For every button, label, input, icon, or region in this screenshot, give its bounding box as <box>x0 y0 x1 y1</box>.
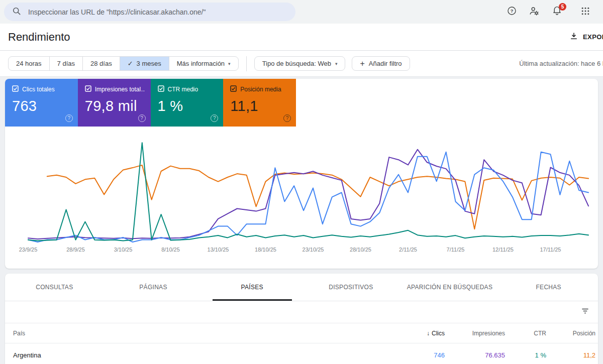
column-header-pais[interactable]: País <box>13 330 384 337</box>
x-axis-tick-label: 17/11/25 <box>540 247 561 253</box>
more-info-label: Más información <box>177 60 225 67</box>
x-axis-tick-label: 23/10/25 <box>303 247 324 253</box>
x-axis-tick-label: 18/10/25 <box>255 247 276 253</box>
column-header-posicion[interactable]: Posición <box>546 330 595 337</box>
tab-paises[interactable]: PAÍSES <box>203 274 301 301</box>
metric-value: 79,8 mil <box>85 98 145 114</box>
apps-grid-icon <box>580 6 590 18</box>
column-header-impresiones[interactable]: Impresiones <box>445 330 505 337</box>
series-line-impresiones <box>28 150 588 239</box>
tab-label: APARICIÓN EN BÚSQUEDAS <box>407 284 492 291</box>
metric-card-impresiones[interactable]: Impresiones total… 79,8 mil ? <box>78 79 151 127</box>
notification-badge: 5 <box>559 3 566 11</box>
metric-card-posicion-media[interactable]: Posición media 11,1 ? <box>223 79 296 127</box>
table-row-argentina[interactable]: Argentina 746 76.635 1 % 11,2 <box>5 343 598 364</box>
tab-aparicion-en-busquedas[interactable]: APARICIÓN EN BÚSQUEDAS <box>400 274 499 301</box>
x-axis-tick-label: 13/10/25 <box>208 247 229 253</box>
series-line-clics <box>28 152 588 242</box>
page-title: Rendimiento <box>8 31 70 44</box>
series-line-posición <box>47 165 588 229</box>
x-axis-tick-label: 28/9/25 <box>66 247 85 253</box>
x-axis-tick-label: 12/11/25 <box>492 247 514 253</box>
column-header-ctr[interactable]: CTR <box>505 330 546 337</box>
manage-accounts-icon <box>529 6 540 19</box>
help-icon[interactable]: ? <box>283 114 291 122</box>
svg-text:?: ? <box>510 9 513 14</box>
checkbox-checked-icon[interactable] <box>158 85 164 93</box>
cell-pais: Argentina <box>13 351 384 359</box>
range-3-meses-selected[interactable]: ✓ 3 meses <box>120 57 169 70</box>
cell-posicion: 11,2 <box>546 351 595 359</box>
table-header-row: País ↓ Clics Impresiones CTR Posición <box>5 323 598 343</box>
google-apps-button[interactable] <box>579 6 592 19</box>
more-info-dropdown[interactable]: Más información ▾ <box>169 57 238 70</box>
dimension-tabs: CONSULTAS PÁGINAS PAÍSES DISPOSITIVOS AP… <box>5 274 598 301</box>
plus-icon: + <box>360 59 364 68</box>
check-icon: ✓ <box>128 60 133 67</box>
notifications-button[interactable]: 5 <box>550 6 563 19</box>
table-toolbar <box>5 301 598 323</box>
download-icon <box>569 32 578 42</box>
metric-card-ctr-medio[interactable]: CTR medio 1 % ? <box>151 79 224 127</box>
metric-value: 763 <box>12 98 72 114</box>
tab-label: FECHAS <box>536 284 561 291</box>
x-axis-tick-label: 28/10/25 <box>350 247 371 253</box>
column-header-clics-sorted[interactable]: ↓ Clics <box>384 330 445 337</box>
add-filter-chip[interactable]: + Añadir filtro <box>352 56 410 71</box>
x-axis-tick-label: 7/11/25 <box>447 247 465 253</box>
range-label: 28 días <box>90 60 112 67</box>
metric-cards: Clics totales 763 ? Impresiones total… 7… <box>5 79 598 127</box>
metric-value: 11,1 <box>230 98 290 114</box>
chevron-down-icon: ▾ <box>335 61 338 66</box>
x-axis-tick-label: 2/11/25 <box>399 247 417 253</box>
tab-consultas[interactable]: CONSULTAS <box>5 274 104 301</box>
cell-clics: 746 <box>384 351 445 359</box>
range-28-dias[interactable]: 28 días <box>83 57 120 70</box>
help-icon[interactable]: ? <box>138 114 146 122</box>
metric-label: Posición media <box>240 86 281 93</box>
checkbox-checked-icon[interactable] <box>85 85 91 93</box>
x-axis-tick-label: 3/10/25 <box>114 247 133 253</box>
metric-value: 1 % <box>158 98 218 114</box>
export-button[interactable]: EXPORTAR <box>569 24 603 50</box>
topbar-actions: ? 5 <box>505 6 592 19</box>
tab-dispositivos[interactable]: DISPOSITIVOS <box>301 274 400 301</box>
help-icon[interactable]: ? <box>211 114 218 122</box>
dimensions-table-card: CONSULTAS PÁGINAS PAÍSES DISPOSITIVOS AP… <box>5 274 598 364</box>
checkbox-checked-icon[interactable] <box>12 85 19 93</box>
column-label: Clics <box>432 330 445 337</box>
search-type-chip[interactable]: Tipo de búsqueda: Web ▾ <box>254 56 346 71</box>
tab-label: PAÍSES <box>241 284 263 291</box>
range-24-horas[interactable]: 24 horas <box>9 57 50 70</box>
cell-ctr: 1 % <box>505 351 546 359</box>
checkbox-checked-icon[interactable] <box>230 85 237 93</box>
range-label: 24 horas <box>16 60 42 67</box>
url-inspection-search-bar[interactable] <box>4 3 295 21</box>
filter-divider <box>246 56 247 71</box>
performance-line-chart[interactable]: 23/9/2528/9/253/10/258/10/2513/10/2518/1… <box>5 127 598 256</box>
metric-label: Impresiones total… <box>95 86 145 93</box>
help-icon[interactable]: ? <box>65 114 73 122</box>
range-7-dias[interactable]: 7 días <box>50 57 83 70</box>
tab-fechas[interactable]: FECHAS <box>499 274 598 301</box>
cell-impresiones: 76.635 <box>445 351 505 359</box>
user-settings-button[interactable] <box>528 6 541 19</box>
metric-label: CTR medio <box>168 86 198 93</box>
page-header: Rendimiento EXPORTAR <box>0 24 603 51</box>
x-axis-tick-label: 8/10/25 <box>161 247 180 253</box>
tab-paginas[interactable]: PÁGINAS <box>104 274 203 301</box>
filter-list-button[interactable] <box>580 306 590 318</box>
add-filter-label: Añadir filtro <box>369 60 402 67</box>
search-type-label: Tipo de búsqueda: Web <box>262 60 331 67</box>
metric-card-clics-totales[interactable]: Clics totales 763 ? <box>5 79 78 127</box>
range-label: 7 días <box>57 60 75 67</box>
filter-bar: 24 horas 7 días 28 días ✓ 3 meses Más in… <box>0 51 603 77</box>
metric-label: Clics totales <box>22 86 55 93</box>
help-icon: ? <box>507 6 517 18</box>
range-label: 3 meses <box>137 60 161 67</box>
help-button[interactable]: ? <box>505 6 518 19</box>
date-range-control: 24 horas 7 días 28 días ✓ 3 meses Más in… <box>8 56 239 71</box>
url-inspection-input[interactable] <box>27 8 288 17</box>
export-label: EXPORTAR <box>583 33 603 41</box>
topbar: ? 5 <box>0 0 603 24</box>
